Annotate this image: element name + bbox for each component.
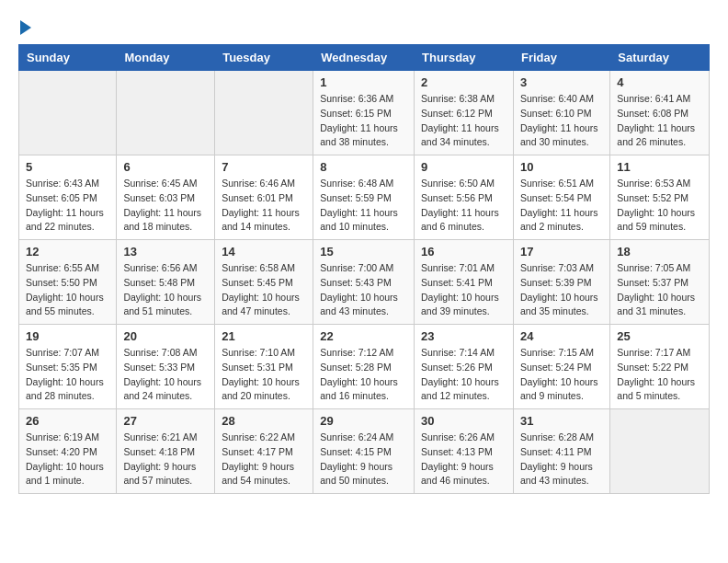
calendar-cell: 13Sunrise: 6:56 AMSunset: 5:48 PMDayligh… [117,240,215,325]
day-info: Sunrise: 7:14 AMSunset: 5:26 PMDaylight:… [421,346,506,404]
logo [18,18,31,35]
calendar-cell: 20Sunrise: 7:08 AMSunset: 5:33 PMDayligh… [117,325,215,409]
calendar-cell: 6Sunrise: 6:45 AMSunset: 6:03 PMDaylight… [117,155,215,240]
day-info: Sunrise: 6:26 AMSunset: 4:13 PMDaylight:… [421,431,506,488]
calendar-cell: 12Sunrise: 6:55 AMSunset: 5:50 PMDayligh… [19,240,117,325]
day-number: 3 [520,75,603,89]
day-info: Sunrise: 7:07 AMSunset: 5:35 PMDaylight:… [26,346,109,404]
calendar-cell: 8Sunrise: 6:48 AMSunset: 5:59 PMDaylight… [313,155,415,240]
calendar-cell: 4Sunrise: 6:41 AMSunset: 6:08 PMDaylight… [610,71,710,155]
day-info: Sunrise: 6:40 AMSunset: 6:10 PMDaylight:… [520,92,603,150]
weekday-header-monday: Monday [117,45,215,71]
day-number: 10 [520,160,603,174]
day-info: Sunrise: 6:28 AMSunset: 4:11 PMDaylight:… [520,431,603,488]
day-info: Sunrise: 6:36 AMSunset: 6:15 PMDaylight:… [320,92,407,150]
day-info: Sunrise: 6:53 AMSunset: 5:52 PMDaylight:… [617,177,702,235]
day-number: 28 [222,414,306,428]
day-number: 25 [617,329,702,343]
calendar-cell: 5Sunrise: 6:43 AMSunset: 6:05 PMDaylight… [19,155,117,240]
calendar-cell: 2Sunrise: 6:38 AMSunset: 6:12 PMDaylight… [415,71,514,155]
calendar-week-row: 5Sunrise: 6:43 AMSunset: 6:05 PMDaylight… [19,155,710,240]
calendar-cell: 3Sunrise: 6:40 AMSunset: 6:10 PMDaylight… [513,71,609,155]
day-info: Sunrise: 6:22 AMSunset: 4:17 PMDaylight:… [222,431,306,488]
day-number: 6 [123,160,208,174]
day-info: Sunrise: 6:21 AMSunset: 4:18 PMDaylight:… [123,431,208,488]
day-number: 9 [421,160,506,174]
calendar-cell: 17Sunrise: 7:03 AMSunset: 5:39 PMDayligh… [513,240,609,325]
calendar-cell: 16Sunrise: 7:01 AMSunset: 5:41 PMDayligh… [415,240,514,325]
day-number: 13 [123,245,208,259]
calendar-cell: 31Sunrise: 6:28 AMSunset: 4:11 PMDayligh… [513,409,609,494]
day-number: 24 [520,329,603,343]
day-info: Sunrise: 6:38 AMSunset: 6:12 PMDaylight:… [421,92,506,150]
day-number: 11 [617,160,702,174]
day-info: Sunrise: 7:01 AMSunset: 5:41 PMDaylight:… [421,261,506,319]
day-info: Sunrise: 7:17 AMSunset: 5:22 PMDaylight:… [617,346,702,404]
calendar-cell: 26Sunrise: 6:19 AMSunset: 4:20 PMDayligh… [19,409,117,494]
day-number: 14 [222,245,306,259]
calendar-cell [117,71,215,155]
day-info: Sunrise: 6:41 AMSunset: 6:08 PMDaylight:… [617,92,702,150]
calendar-cell: 1Sunrise: 6:36 AMSunset: 6:15 PMDaylight… [313,71,415,155]
calendar-cell: 15Sunrise: 7:00 AMSunset: 5:43 PMDayligh… [313,240,415,325]
weekday-header-thursday: Thursday [415,45,514,71]
calendar-week-row: 1Sunrise: 6:36 AMSunset: 6:15 PMDaylight… [19,71,710,155]
calendar-cell: 24Sunrise: 7:15 AMSunset: 5:24 PMDayligh… [513,325,609,409]
day-number: 23 [421,329,506,343]
calendar-cell: 10Sunrise: 6:51 AMSunset: 5:54 PMDayligh… [513,155,609,240]
day-number: 2 [421,75,506,89]
calendar-cell: 18Sunrise: 7:05 AMSunset: 5:37 PMDayligh… [610,240,710,325]
day-info: Sunrise: 6:48 AMSunset: 5:59 PMDaylight:… [320,177,407,235]
calendar-cell: 29Sunrise: 6:24 AMSunset: 4:15 PMDayligh… [313,409,415,494]
calendar-cell: 27Sunrise: 6:21 AMSunset: 4:18 PMDayligh… [117,409,215,494]
day-number: 20 [123,329,208,343]
day-info: Sunrise: 7:03 AMSunset: 5:39 PMDaylight:… [520,261,603,319]
day-number: 15 [320,245,407,259]
day-number: 8 [320,160,407,174]
day-info: Sunrise: 6:56 AMSunset: 5:48 PMDaylight:… [123,261,208,319]
weekday-header-saturday: Saturday [610,45,710,71]
day-number: 1 [320,75,407,89]
calendar-cell: 23Sunrise: 7:14 AMSunset: 5:26 PMDayligh… [415,325,514,409]
day-info: Sunrise: 7:15 AMSunset: 5:24 PMDaylight:… [520,346,603,404]
calendar-cell [19,71,117,155]
calendar-cell: 21Sunrise: 7:10 AMSunset: 5:31 PMDayligh… [215,325,313,409]
calendar-cell [610,409,710,494]
day-number: 22 [320,329,407,343]
day-number: 19 [26,329,109,343]
day-number: 17 [520,245,603,259]
calendar-cell: 11Sunrise: 6:53 AMSunset: 5:52 PMDayligh… [610,155,710,240]
day-info: Sunrise: 6:51 AMSunset: 5:54 PMDaylight:… [520,177,603,235]
calendar-cell: 19Sunrise: 7:07 AMSunset: 5:35 PMDayligh… [19,325,117,409]
day-number: 12 [26,245,109,259]
calendar-cell: 28Sunrise: 6:22 AMSunset: 4:17 PMDayligh… [215,409,313,494]
weekday-header-sunday: Sunday [19,45,117,71]
calendar-cell: 30Sunrise: 6:26 AMSunset: 4:13 PMDayligh… [415,409,514,494]
page-header [18,18,710,35]
day-number: 21 [222,329,306,343]
day-number: 30 [421,414,506,428]
day-number: 5 [26,160,109,174]
day-info: Sunrise: 6:55 AMSunset: 5:50 PMDaylight:… [26,261,109,319]
day-info: Sunrise: 6:43 AMSunset: 6:05 PMDaylight:… [26,177,109,235]
day-number: 16 [421,245,506,259]
calendar-cell: 22Sunrise: 7:12 AMSunset: 5:28 PMDayligh… [313,325,415,409]
day-number: 7 [222,160,306,174]
weekday-header-wednesday: Wednesday [313,45,415,71]
day-info: Sunrise: 7:08 AMSunset: 5:33 PMDaylight:… [123,346,208,404]
calendar-table: SundayMondayTuesdayWednesdayThursdayFrid… [18,44,710,494]
weekday-header-friday: Friday [513,45,609,71]
day-info: Sunrise: 6:24 AMSunset: 4:15 PMDaylight:… [320,431,407,488]
calendar-cell: 9Sunrise: 6:50 AMSunset: 5:56 PMDaylight… [415,155,514,240]
day-number: 26 [26,414,109,428]
calendar-week-row: 19Sunrise: 7:07 AMSunset: 5:35 PMDayligh… [19,325,710,409]
day-info: Sunrise: 7:05 AMSunset: 5:37 PMDaylight:… [617,261,702,319]
day-number: 31 [520,414,603,428]
calendar-cell: 14Sunrise: 6:58 AMSunset: 5:45 PMDayligh… [215,240,313,325]
calendar-cell: 7Sunrise: 6:46 AMSunset: 6:01 PMDaylight… [215,155,313,240]
day-info: Sunrise: 6:50 AMSunset: 5:56 PMDaylight:… [421,177,506,235]
weekday-header-tuesday: Tuesday [215,45,313,71]
day-number: 4 [617,75,702,89]
day-info: Sunrise: 7:12 AMSunset: 5:28 PMDaylight:… [320,346,407,404]
day-info: Sunrise: 7:10 AMSunset: 5:31 PMDaylight:… [222,346,306,404]
